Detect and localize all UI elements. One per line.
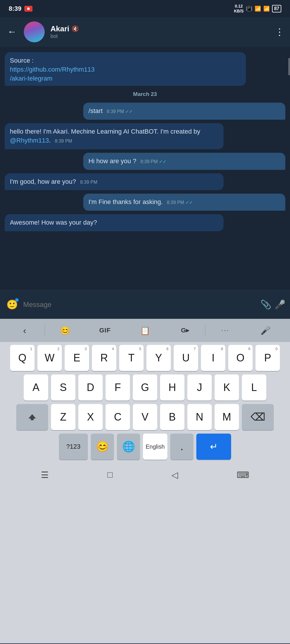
key-j[interactable]: J bbox=[187, 374, 212, 401]
emoji-dot bbox=[15, 298, 19, 302]
key-e[interactable]: 3E bbox=[65, 345, 89, 371]
status-bar: 8:39 ⏺ 0.12KB/S 📳 📶 📶 87 bbox=[0, 0, 290, 17]
msg-time: 8:39 PM bbox=[55, 139, 72, 143]
status-left: 8:39 ⏺ bbox=[9, 5, 32, 12]
chat-area: Source : https://github.com/Rhythm113/ak… bbox=[0, 46, 290, 290]
msg-text: I'm good, how are you? bbox=[10, 178, 76, 185]
key-g[interactable]: G bbox=[133, 374, 157, 401]
key-a[interactable]: A bbox=[24, 374, 48, 401]
message-source: Source : https://github.com/Rhythm113/ak… bbox=[5, 52, 246, 86]
kb-more-button[interactable]: ··· bbox=[205, 319, 245, 342]
nav-home-button[interactable]: □ bbox=[107, 470, 113, 480]
kb-back-button[interactable]: ‹ bbox=[5, 319, 45, 342]
key-u[interactable]: 7U bbox=[174, 345, 198, 371]
msg-time: 8:39 PM bbox=[80, 180, 97, 185]
msg-ticks: ✓✓ bbox=[125, 109, 133, 114]
key-r[interactable]: 4R bbox=[92, 345, 116, 371]
key-o[interactable]: 9O bbox=[228, 345, 253, 371]
key-m[interactable]: M bbox=[215, 404, 239, 430]
message-input[interactable] bbox=[23, 301, 257, 309]
enter-arrow-icon: ↵ bbox=[210, 441, 218, 452]
signal-icon: 📶 bbox=[263, 6, 270, 12]
kb-gif-button[interactable]: GIF bbox=[85, 319, 125, 342]
key-row-3: Z X C V B N M ⌫ bbox=[2, 404, 288, 430]
keyboard: ‹ 😊 GIF 📋 G▸ ··· 🎤 1Q 2W 3E 4R 5T 6Y 7U … bbox=[0, 319, 290, 643]
message-partial: Awesome! How was your day? bbox=[5, 214, 224, 231]
mute-icon: 🔇 bbox=[72, 25, 79, 32]
time-display: 8:39 bbox=[9, 5, 21, 12]
key-row-2: A S D F G H J K L bbox=[2, 374, 288, 401]
mic-button[interactable]: 🎤 bbox=[275, 299, 285, 310]
source-label: Source : bbox=[10, 57, 34, 64]
nav-back-button[interactable]: ◁ bbox=[171, 470, 178, 480]
avatar bbox=[24, 21, 45, 42]
key-s[interactable]: S bbox=[51, 374, 75, 401]
data-speed: 0.12KB/S bbox=[234, 4, 244, 14]
key-x[interactable]: X bbox=[78, 404, 103, 430]
key-p[interactable]: 0P bbox=[255, 345, 280, 371]
key-v[interactable]: V bbox=[133, 404, 157, 430]
back-button[interactable]: ← bbox=[6, 25, 18, 39]
kb-voice-button[interactable]: 🎤 bbox=[245, 319, 285, 342]
msg-text: I'm Fine thanks for asking. bbox=[88, 198, 163, 205]
message-start: /start 8:39 PM ✓✓ bbox=[83, 103, 285, 120]
record-icon: ⏺ bbox=[24, 6, 32, 12]
attach-button[interactable]: 📎 bbox=[260, 299, 271, 310]
emoji-key[interactable]: 😊 bbox=[91, 434, 114, 460]
message-good: I'm good, how are you? 8:39 PM bbox=[5, 173, 224, 190]
kb-clipboard-button[interactable]: 📋 bbox=[125, 319, 165, 342]
kb-emoji-button[interactable]: 😊 bbox=[45, 319, 85, 342]
key-h[interactable]: H bbox=[160, 374, 184, 401]
username-link[interactable]: @Rhythm113 bbox=[10, 137, 49, 144]
chat-header: ← Akari 🔇 bot ⋮ bbox=[0, 17, 290, 46]
status-right: 0.12KB/S 📳 📶 📶 87 bbox=[234, 4, 281, 14]
nav-keyboard-button[interactable]: ⌨ bbox=[237, 470, 249, 480]
avatar-image bbox=[24, 21, 45, 42]
source-link[interactable]: https://github.com/Rhythm113/akari-teleg… bbox=[10, 66, 95, 82]
key-t[interactable]: 5T bbox=[119, 345, 144, 371]
key-i[interactable]: 8I bbox=[201, 345, 225, 371]
msg-text: /start bbox=[88, 107, 103, 114]
key-f[interactable]: F bbox=[106, 374, 130, 401]
key-d[interactable]: D bbox=[78, 374, 103, 401]
enter-key[interactable]: ↵ bbox=[196, 434, 231, 460]
contact-status: bot bbox=[50, 33, 269, 39]
key-num: 5 bbox=[139, 347, 141, 351]
period-key[interactable]: . bbox=[170, 434, 193, 460]
contact-name: Akari 🔇 bbox=[50, 24, 269, 33]
keyboard-toolbar: ‹ 😊 GIF 📋 G▸ ··· 🎤 bbox=[0, 319, 290, 342]
msg-text: Hi how are you ? bbox=[88, 157, 136, 165]
space-key[interactable]: English bbox=[143, 434, 167, 460]
key-y[interactable]: 6Y bbox=[146, 345, 171, 371]
key-num: 7 bbox=[194, 347, 196, 351]
date-divider: March 23 bbox=[5, 91, 285, 97]
shift-key[interactable] bbox=[16, 404, 48, 430]
more-options-button[interactable]: ⋮ bbox=[275, 26, 284, 37]
msg-text: hello there! I'm Akari. Mechine Learning… bbox=[10, 128, 200, 135]
wifi-icon: 📶 bbox=[255, 6, 261, 12]
message-fine: I'm Fine thanks for asking. 8:39 PM ✓✓ bbox=[83, 194, 285, 211]
nav-menu-button[interactable]: ☰ bbox=[41, 470, 49, 480]
key-row-4: ?123 😊 🌐 English . ↵ bbox=[2, 434, 288, 460]
name-text: Akari bbox=[50, 24, 69, 33]
key-c[interactable]: C bbox=[106, 404, 130, 430]
num-key[interactable]: ?123 bbox=[59, 434, 88, 460]
bottom-nav: ☰ □ ◁ ⌨ bbox=[0, 463, 290, 486]
key-num: 2 bbox=[57, 347, 59, 351]
key-z[interactable]: Z bbox=[51, 404, 75, 430]
emoji-button[interactable]: 🙂 bbox=[5, 297, 20, 312]
msg-text: Awesome! How was your day? bbox=[10, 219, 97, 226]
globe-key[interactable]: 🌐 bbox=[117, 434, 140, 460]
key-n[interactable]: N bbox=[187, 404, 212, 430]
header-info: Akari 🔇 bot bbox=[50, 24, 269, 39]
key-k[interactable]: K bbox=[215, 374, 239, 401]
key-l[interactable]: L bbox=[242, 374, 266, 401]
message-hello: hello there! I'm Akari. Mechine Learning… bbox=[5, 123, 224, 149]
key-b[interactable]: B bbox=[160, 404, 184, 430]
msg-time: 8:39 PM ✓✓ bbox=[140, 159, 166, 164]
key-w[interactable]: 2W bbox=[37, 345, 62, 371]
msg-time: 8:39 PM ✓✓ bbox=[107, 109, 133, 114]
kb-translate-button[interactable]: G▸ bbox=[165, 319, 205, 342]
key-q[interactable]: 1Q bbox=[10, 345, 35, 371]
backspace-key[interactable]: ⌫ bbox=[242, 404, 274, 430]
